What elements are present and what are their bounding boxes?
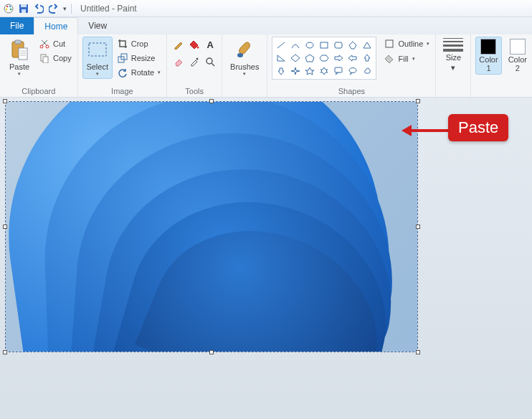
scissors-icon [39,38,50,50]
shape-5star[interactable] [303,65,317,77]
color2-button[interactable]: Color 2 [505,37,531,75]
shape-curve[interactable] [288,39,303,52]
tab-home[interactable]: Home [34,17,78,34]
size-icon [443,38,463,52]
shape-callout-oval[interactable] [346,65,360,77]
resize-handle-sw[interactable] [3,350,7,354]
shape-arrow-left[interactable] [346,52,360,65]
svg-point-3 [10,8,12,10]
resize-handle-ne[interactable] [416,99,420,103]
magnifier-tool[interactable] [203,54,217,70]
svg-rect-9 [15,40,21,44]
svg-marker-39 [305,67,314,75]
copy-button[interactable]: Copy [37,51,73,65]
paste-button[interactable]: Paste ▾ [4,37,34,79]
annotation-arrow-icon [402,122,452,139]
svg-point-27 [237,53,243,57]
color1-button[interactable]: Color 1 [475,37,501,75]
redo-icon[interactable] [48,3,60,14]
group-size: Size ▾ [436,34,471,97]
group-tools: A Tools [167,34,222,97]
fill-tool[interactable] [187,37,201,52]
selection-marquee[interactable] [5,101,418,352]
shape-rect[interactable] [317,39,331,52]
shape-callout-cloud[interactable] [360,65,374,77]
eraser-tool[interactable] [171,54,186,70]
svg-rect-41 [335,67,342,72]
resize-handle-s[interactable] [209,350,214,354]
crop-button[interactable]: Crop [115,37,162,51]
rotate-button[interactable]: Rotate▾ [115,65,162,80]
select-icon [86,39,109,62]
shape-callout-rect[interactable] [331,65,346,77]
svg-rect-19 [43,57,48,63]
svg-marker-32 [349,42,356,49]
svg-point-15 [46,45,49,48]
svg-rect-30 [320,42,328,48]
group-label-shapes: Shapes [272,86,431,95]
color2-swatch [510,39,526,55]
svg-line-17 [42,40,47,45]
tab-view[interactable]: View [78,17,117,34]
text-tool[interactable]: A [203,37,217,52]
resize-handle-w[interactable] [3,225,7,229]
resize-handle-nw[interactable] [3,99,7,103]
copy-icon [39,52,50,64]
outline-button[interactable]: Outline▾ [382,37,431,51]
svg-point-14 [40,45,43,48]
group-label-tools: Tools [171,86,217,95]
svg-rect-6 [21,4,27,7]
shape-oval[interactable] [303,39,317,52]
svg-line-16 [42,40,47,45]
group-colors: Color 1 Color 2 [471,34,532,97]
tab-file[interactable]: File [0,17,34,34]
svg-point-0 [4,4,13,13]
svg-marker-38 [291,67,300,75]
paste-icon [8,39,31,62]
svg-point-29 [306,42,313,48]
svg-line-26 [212,63,214,66]
resize-button[interactable]: Resize [115,51,162,65]
shape-arrow-down[interactable] [274,65,288,77]
pencil-tool[interactable] [171,37,186,52]
shape-arrow-right[interactable] [331,52,346,65]
shape-line[interactable] [274,39,288,52]
cut-button[interactable]: Cut [37,37,73,51]
svg-rect-43 [386,40,393,47]
shape-roundrect[interactable] [331,39,346,52]
group-label-clipboard: Clipboard [4,86,73,95]
svg-point-24 [196,58,199,60]
shape-4star[interactable] [288,65,303,77]
shape-hexagon[interactable] [317,52,331,65]
resize-handle-se[interactable] [416,350,420,354]
canvas-selection[interactable] [5,101,418,352]
shape-diamond[interactable] [288,52,303,65]
shape-right-triangle[interactable] [274,52,288,65]
select-button[interactable]: Select ▾ [82,37,113,79]
annotation-callout: Paste [448,114,508,141]
shape-polygon[interactable] [346,39,360,52]
resize-handle-n[interactable] [209,99,214,103]
chevron-down-icon: ▾ [243,71,246,77]
svg-marker-36 [305,55,314,62]
fill-button[interactable]: Fill▾ [382,52,431,66]
qat-dropdown-icon[interactable]: ▾ [63,5,67,12]
shape-pentagon[interactable] [303,52,317,65]
chevron-down-icon: ▾ [451,63,455,72]
group-image: Select ▾ Crop Resize Rotate▾ Image [78,34,167,97]
svg-marker-45 [402,125,412,136]
resize-handle-e[interactable] [416,225,420,229]
size-button[interactable]: Size ▾ [440,37,466,74]
shape-6star[interactable] [317,65,331,77]
brushes-button[interactable]: Brushes ▾ [227,37,262,79]
undo-icon[interactable] [33,3,44,14]
svg-rect-10 [19,48,27,60]
ribbon: Paste ▾ Cut Copy Clipboard Select ▾ [0,34,532,98]
shape-arrow-up[interactable] [360,52,374,65]
shape-gallery[interactable] [272,37,376,80]
svg-marker-33 [364,42,371,48]
color-picker-tool[interactable] [187,54,201,70]
svg-marker-35 [291,55,300,62]
save-icon[interactable] [18,3,29,14]
shape-triangle[interactable] [360,39,374,52]
